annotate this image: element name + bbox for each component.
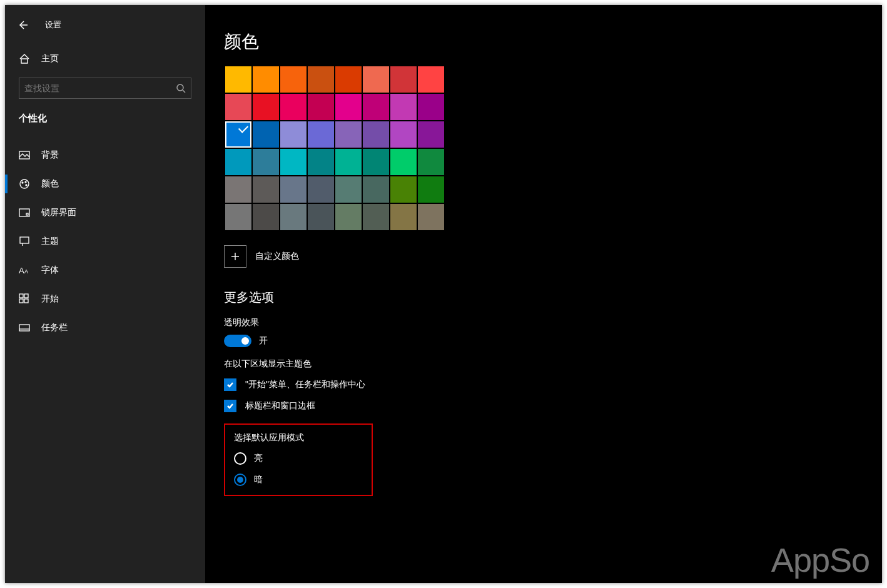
color-swatch[interactable] [417,203,445,231]
color-swatch[interactable] [390,93,417,121]
color-swatch[interactable] [390,148,417,176]
home-button[interactable]: 主页 [5,45,205,73]
color-swatch[interactable] [390,66,417,93]
color-swatch[interactable] [335,121,362,148]
color-swatch[interactable] [307,176,335,203]
color-swatch[interactable] [362,176,390,203]
page-title: 颜色 [224,30,882,54]
settings-window: 设置 主页 个性化 背景颜色锁屏界面主题AA字体开始任务栏 颜色 [5,5,882,583]
color-swatch[interactable] [362,148,390,176]
color-swatch[interactable] [225,148,252,176]
color-grid [224,65,444,231]
sidebar-item-5[interactable]: 开始 [5,285,205,313]
svg-point-11 [25,181,26,183]
color-swatch[interactable] [252,148,280,176]
checkbox-label: "开始"菜单、任务栏和操作中心 [245,379,365,390]
plus-icon [224,245,246,268]
sidebar-item-0[interactable]: 背景 [5,141,205,170]
color-swatch[interactable] [390,121,417,148]
brush-icon [19,236,30,247]
color-swatch[interactable] [280,176,307,203]
color-swatch[interactable] [362,66,390,93]
font-icon: AA [19,265,30,276]
color-swatch[interactable] [307,121,335,148]
accent-checkbox-0[interactable]: "开始"菜单、任务栏和操作中心 [224,378,882,391]
back-button[interactable] [18,19,30,31]
svg-text:A: A [19,266,24,275]
app-mode-radio-light[interactable]: 亮 [234,452,359,465]
watermark: AppSo [771,540,869,579]
color-swatch[interactable] [362,203,390,231]
search-box[interactable] [19,78,191,99]
color-swatch[interactable] [307,93,335,121]
sidebar-item-label: 锁屏界面 [41,207,76,218]
svg-rect-21 [19,299,23,303]
custom-color-button[interactable]: 自定义颜色 [224,245,882,268]
color-swatch[interactable] [335,93,362,121]
color-swatch[interactable] [390,176,417,203]
color-swatch[interactable] [335,148,362,176]
color-swatch[interactable] [225,176,252,203]
color-swatch[interactable] [417,176,445,203]
color-swatch[interactable] [252,176,280,203]
checkbox-icon [224,378,236,391]
start-icon [19,293,30,305]
sidebar-item-label: 字体 [41,265,59,276]
checkbox-icon [224,400,236,412]
svg-rect-23 [19,325,29,331]
color-swatch[interactable] [417,148,445,176]
color-swatch[interactable] [335,176,362,203]
radio-icon [234,452,246,465]
custom-color-label: 自定义颜色 [255,251,299,262]
color-swatch[interactable] [252,93,280,121]
color-swatch[interactable] [252,121,280,148]
color-swatch[interactable] [280,203,307,231]
svg-rect-14 [26,213,28,215]
section-title: 个性化 [5,106,205,129]
color-swatch[interactable] [417,121,445,148]
color-swatch[interactable] [225,121,252,148]
color-swatch[interactable] [280,148,307,176]
home-label: 主页 [41,53,59,64]
color-swatch[interactable] [417,66,445,93]
color-swatch[interactable] [390,203,417,231]
color-swatch[interactable] [225,203,252,231]
sidebar-item-label: 主题 [41,236,59,247]
app-mode-highlight: 选择默认应用模式 亮暗 [224,423,373,496]
color-swatch[interactable] [335,66,362,93]
color-swatch[interactable] [280,93,307,121]
color-swatch[interactable] [307,148,335,176]
color-swatch[interactable] [307,66,335,93]
sidebar-item-3[interactable]: 主题 [5,227,205,256]
transparency-toggle[interactable]: 开 [224,335,882,347]
radio-label: 亮 [254,453,263,464]
color-swatch[interactable] [335,203,362,231]
sidebar-item-label: 任务栏 [41,322,68,333]
search-input[interactable] [24,83,176,93]
app-title: 设置 [45,19,61,31]
svg-rect-5 [21,59,28,63]
color-swatch[interactable] [362,121,390,148]
color-swatch[interactable] [307,203,335,231]
color-swatch[interactable] [225,93,252,121]
accent-checkbox-1[interactable]: 标题栏和窗口边框 [224,400,882,412]
svg-line-7 [183,90,185,93]
color-swatch[interactable] [362,93,390,121]
sidebar-item-1[interactable]: 颜色 [5,170,205,198]
color-swatch[interactable] [280,66,307,93]
svg-text:A: A [24,268,28,275]
svg-rect-22 [24,299,28,303]
color-swatch[interactable] [252,203,280,231]
color-swatch[interactable] [225,66,252,93]
sidebar-item-6[interactable]: 任务栏 [5,313,205,342]
color-swatch[interactable] [417,93,445,121]
svg-point-12 [26,185,27,186]
transparency-state: 开 [259,335,268,347]
color-swatch[interactable] [252,66,280,93]
sidebar-item-2[interactable]: 锁屏界面 [5,198,205,227]
color-swatch[interactable] [280,121,307,148]
sidebar-item-4[interactable]: AA字体 [5,256,205,285]
radio-icon [234,474,246,486]
taskbar-icon [19,322,30,333]
app-mode-radio-dark[interactable]: 暗 [234,474,359,486]
